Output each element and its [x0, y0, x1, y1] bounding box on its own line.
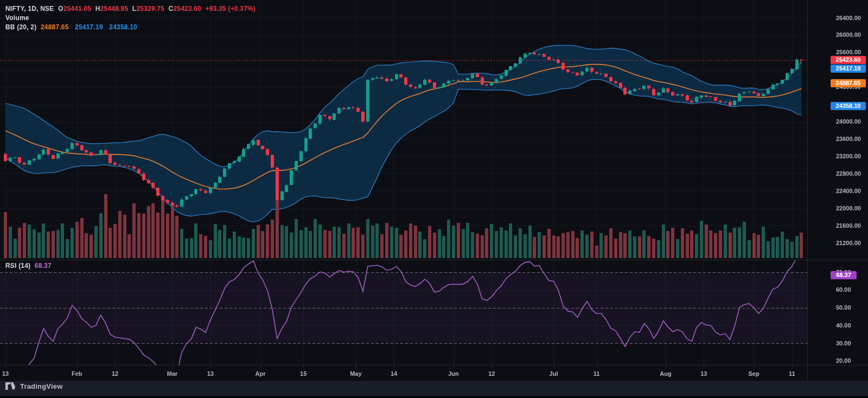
rsi-axis[interactable] — [808, 260, 868, 365]
tradingview-brand-text: TradingView — [20, 382, 63, 390]
time-axis[interactable] — [0, 365, 868, 381]
chart-canvas[interactable] — [0, 0, 868, 398]
price-axis[interactable] — [808, 0, 868, 260]
chart-window: NIFTY, 1D, NSE O25441.05 H25448.95 L2532… — [0, 0, 868, 398]
tradingview-logo[interactable]: TradingView — [5, 382, 63, 390]
tradingview-glyph-icon — [5, 382, 17, 390]
